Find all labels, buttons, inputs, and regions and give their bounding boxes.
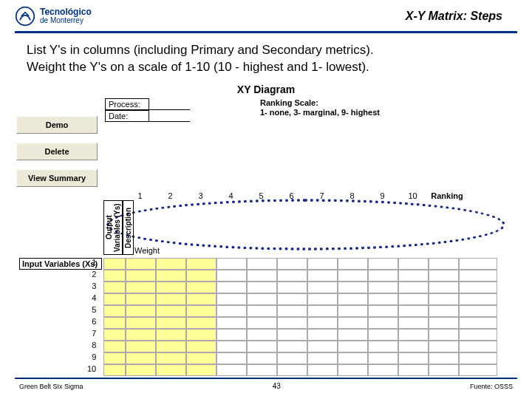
table-row: [103, 352, 497, 364]
body-line2: Weight the Y's on a scale of 1-10 (10 - …: [27, 59, 505, 76]
demo-button[interactable]: Demo: [16, 116, 98, 134]
ranking-scale-title: Ranking Scale:: [260, 98, 516, 108]
diagram-title: XY Diagram: [16, 83, 516, 95]
header: Tecnológico de Monterrey X-Y Matrix: Ste…: [0, 0, 532, 27]
date-label: Date:: [105, 110, 149, 122]
highlight-ellipse: [106, 199, 505, 250]
footer-left: Green Belt SIx Sigma: [19, 383, 83, 390]
col-10: 10: [398, 191, 428, 200]
col-6: 6: [276, 191, 307, 200]
ranking-scale: Ranking Scale: 1- none, 3- marginal, 9- …: [201, 98, 516, 117]
logo-icon: [15, 6, 35, 27]
col-7: 7: [307, 191, 337, 200]
footer-right: Fuente: OSSS: [470, 383, 513, 390]
table-row: [103, 317, 497, 329]
xy-diagram: XY Diagram Demo Delete View Summary Proc…: [16, 83, 516, 200]
grid: [103, 258, 497, 376]
svg-point-0: [16, 7, 35, 26]
process-label: Process:: [105, 98, 149, 110]
ranking-scale-text: 1- none, 3- marginal, 9- highest: [260, 108, 516, 117]
table-row: [103, 341, 497, 352]
view-summary-button[interactable]: View Summary: [16, 169, 98, 187]
table-row: [103, 270, 497, 282]
column-headers: 1 2 3 4 5 6 7 8 9 10 Ranking: [125, 191, 516, 200]
table-row: [103, 282, 497, 293]
col-3: 3: [185, 191, 216, 200]
logo-text-bottom: de Monterrey: [40, 17, 92, 25]
col-8: 8: [337, 191, 367, 200]
col-9: 9: [367, 191, 398, 200]
page-number: 43: [273, 382, 281, 390]
footer: Green Belt SIx Sigma 43 Fuente: OSSS: [0, 378, 532, 390]
col-1: 1: [125, 191, 155, 200]
col-5: 5: [246, 191, 276, 200]
description-label: Description: [123, 200, 134, 255]
vertical-labels: Output Variables (Ys) Description: [103, 200, 134, 255]
output-variables-label: Output Variables (Ys): [103, 200, 123, 255]
col-2: 2: [155, 191, 185, 200]
process-date-block: Process: Date:: [105, 98, 194, 122]
table-row: [103, 305, 497, 317]
footer-rule: [15, 378, 517, 379]
matrix: 1 2 3 4 5 6 7 8 9 10 Ranking Output Vari…: [16, 191, 516, 200]
weight-label: Weight: [134, 246, 160, 255]
page-title: X-Y Matrix: Steps: [406, 10, 517, 23]
col-4: 4: [216, 191, 246, 200]
logo: Tecnológico de Monterrey: [15, 6, 92, 27]
table-row: [103, 329, 497, 341]
body-line1: List Y's in columns (including Primary a…: [27, 42, 505, 59]
table-row: [103, 258, 497, 270]
table-row: [103, 364, 497, 376]
ranking-header: Ranking: [428, 191, 466, 200]
table-row: [103, 293, 497, 305]
row-numbers: 1 2 3 4 5 6 7 8 9 10: [87, 258, 98, 376]
body-text: List Y's in columns (including Primary a…: [0, 33, 532, 83]
delete-button[interactable]: Delete: [16, 143, 98, 160]
